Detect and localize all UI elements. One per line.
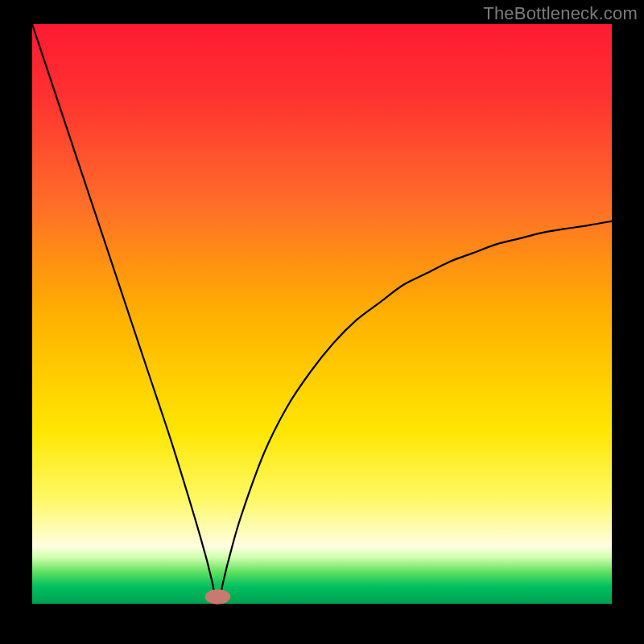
bottleneck-marker xyxy=(205,589,231,605)
watermark-text: TheBottleneck.com xyxy=(483,3,638,24)
plot-background xyxy=(32,24,612,604)
chart-frame: TheBottleneck.com xyxy=(0,0,644,644)
bottleneck-chart xyxy=(0,0,644,644)
